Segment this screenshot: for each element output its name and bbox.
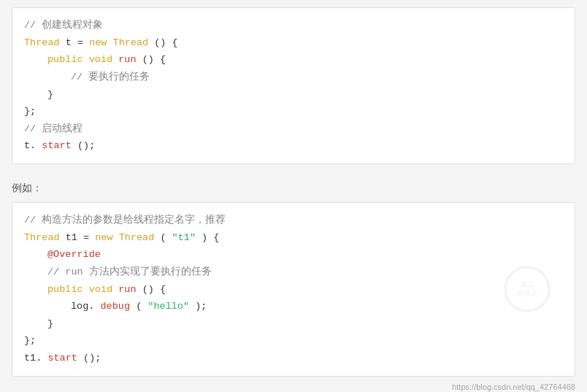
svg-text:程序员: 程序员 (518, 290, 537, 297)
code-block-2: // 构造方法的参数是给线程指定名字，推荐 Thread t1 = new Th… (12, 202, 575, 377)
watermark: 黑马 程序员 (502, 264, 553, 315)
between-text: 例如： (12, 174, 575, 202)
svg-point-0 (505, 267, 549, 311)
code-lines-2: // 构造方法的参数是给线程指定名字，推荐 Thread t1 = new Th… (24, 212, 563, 367)
page-container: // 创建线程对象 Thread t = new Thread () { pub… (0, 0, 587, 392)
url-text: https://blog.csdn.net/qq_42764468 (12, 383, 575, 391)
code-block-1: // 创建线程对象 Thread t = new Thread () { pub… (12, 7, 575, 164)
code-line: // 创建线程对象 Thread t = new Thread () { pub… (24, 17, 563, 155)
svg-text:黑马: 黑马 (521, 281, 534, 288)
